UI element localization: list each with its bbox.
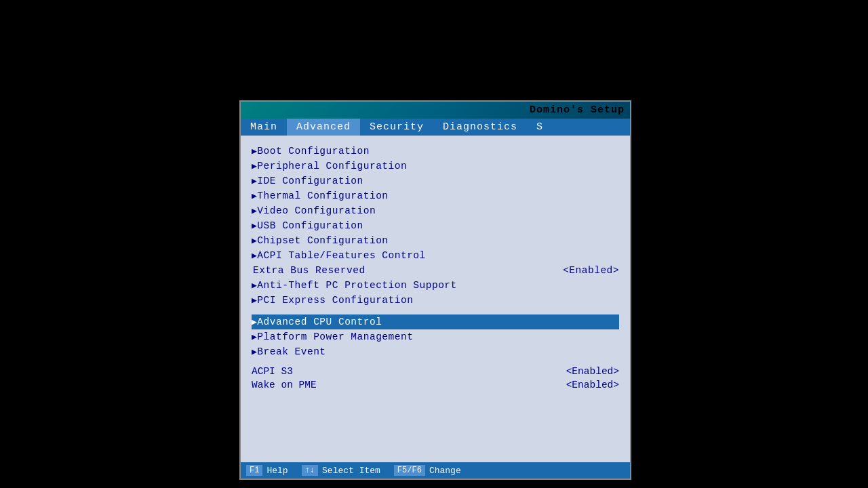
bottom-change: F5/F6 Change [394, 465, 461, 476]
arrow-icon: ▶ [252, 317, 257, 327]
arrow-icon: ▶ [252, 220, 257, 231]
nav-main[interactable]: Main [241, 119, 287, 136]
top-black-overlay [239, 0, 631, 100]
bottom-help: F1 Help [246, 465, 288, 476]
f1-key: F1 [246, 465, 262, 476]
arrow-icon: ▶ [252, 331, 257, 342]
menu-anti-theft[interactable]: ▶Anti-Theft PC Protection Support [252, 278, 619, 293]
f5f6-key: F5/F6 [394, 465, 425, 476]
menu-break-event[interactable]: ▶Break Event [252, 344, 619, 359]
menu-group-2: ▶Advanced CPU Control ▶Platform Power Ma… [252, 314, 619, 359]
menu-usb-config[interactable]: ▶USB Configuration [252, 218, 619, 233]
menu-advanced-cpu[interactable]: ▶Advanced CPU Control [252, 314, 619, 329]
menu-group-1: ▶Boot Configuration ▶Peripheral Configur… [252, 144, 619, 308]
nav-advanced[interactable]: Advanced [287, 119, 360, 136]
menu-pci-express[interactable]: ▶PCI Express Configuration [252, 293, 619, 308]
arrow-icon: ▶ [252, 235, 257, 246]
separator [252, 308, 619, 314]
menu-thermal-config[interactable]: ▶Thermal Configuration [252, 188, 619, 203]
arrow-icon: ▶ [252, 176, 257, 186]
menu-boot-config[interactable]: ▶Boot Configuration [252, 144, 619, 159]
nav-bar: Main Advanced Security Diagnostics S [241, 119, 630, 136]
content-area: ▶Boot Configuration ▶Peripheral Configur… [241, 136, 630, 470]
nav-security[interactable]: Security [360, 119, 433, 136]
bios-window: Domino's Setup Main Advanced Security Di… [239, 100, 631, 480]
bottom-select-item: ↑↓ Select Item [302, 465, 380, 476]
menu-acpi-table[interactable]: ▶ACPI Table/Features Control [252, 248, 619, 263]
status-acpi-s3: ACPI S3 <Enabled> [252, 365, 619, 378]
nav-s[interactable]: S [527, 119, 553, 136]
arrows-key: ↑↓ [302, 465, 318, 476]
arrow-icon: ▶ [252, 295, 257, 306]
title-text: Domino's Setup [530, 104, 625, 116]
title-bar: Domino's Setup [241, 102, 630, 119]
bottom-bar: F1 Help ↑↓ Select Item F5/F6 Change [241, 462, 630, 479]
arrow-icon: ▶ [252, 205, 257, 216]
arrow-icon: ▶ [252, 161, 257, 171]
menu-video-config[interactable]: ▶Video Configuration [252, 203, 619, 218]
right-black-overlay [631, 0, 868, 488]
help-label: Help [267, 466, 288, 476]
menu-platform-power[interactable]: ▶Platform Power Management [252, 329, 619, 344]
arrow-icon: ▶ [252, 250, 257, 261]
menu-extra-bus[interactable]: Extra Bus Reserved <Enabled> [252, 263, 619, 278]
change-label: Change [429, 466, 461, 476]
arrow-icon: ▶ [252, 190, 257, 201]
nav-diagnostics[interactable]: Diagnostics [433, 119, 527, 136]
status-wake-pme: Wake on PME <Enabled> [252, 378, 619, 392]
arrow-icon: ▶ [252, 346, 257, 357]
arrow-icon: ▶ [252, 280, 257, 291]
status-area: ACPI S3 <Enabled> Wake on PME <Enabled> [252, 359, 619, 392]
menu-peripheral-config[interactable]: ▶Peripheral Configuration [252, 159, 619, 174]
arrow-icon: ▶ [252, 146, 257, 157]
select-item-label: Select Item [322, 466, 380, 476]
menu-chipset-config[interactable]: ▶Chipset Configuration [252, 233, 619, 248]
left-black-overlay [0, 0, 239, 488]
menu-ide-config[interactable]: ▶IDE Configuration [252, 174, 619, 188]
